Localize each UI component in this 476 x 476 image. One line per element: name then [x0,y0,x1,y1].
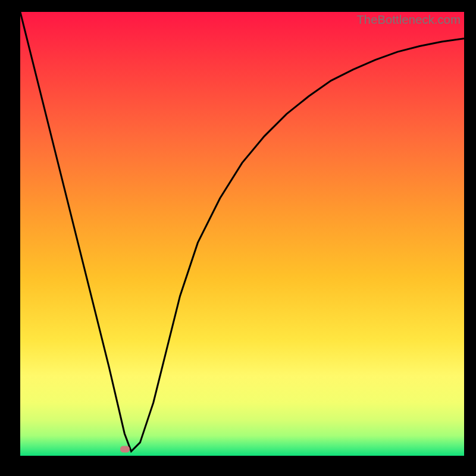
bottleneck-curve [20,12,464,456]
chart-frame: TheBottleneck.com [12,12,464,464]
optimal-marker [120,446,130,452]
plot-area: TheBottleneck.com [20,12,464,456]
